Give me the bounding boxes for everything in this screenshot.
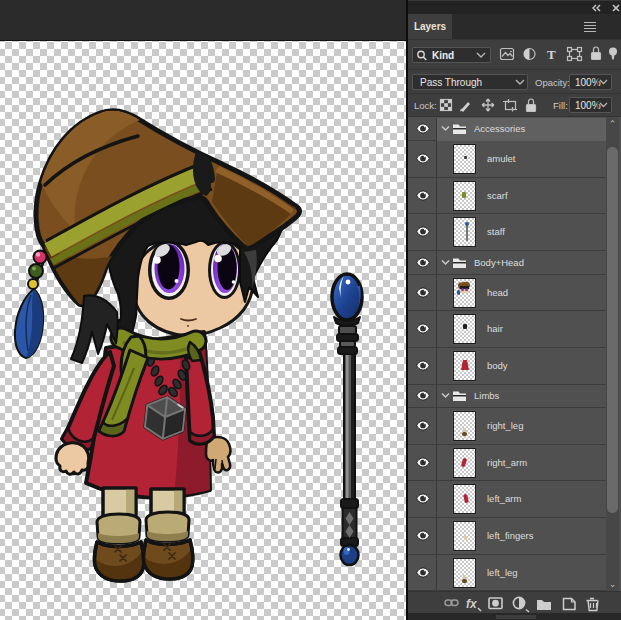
svg-text:T: T (547, 47, 556, 62)
svg-text:fx: fx (466, 597, 478, 611)
